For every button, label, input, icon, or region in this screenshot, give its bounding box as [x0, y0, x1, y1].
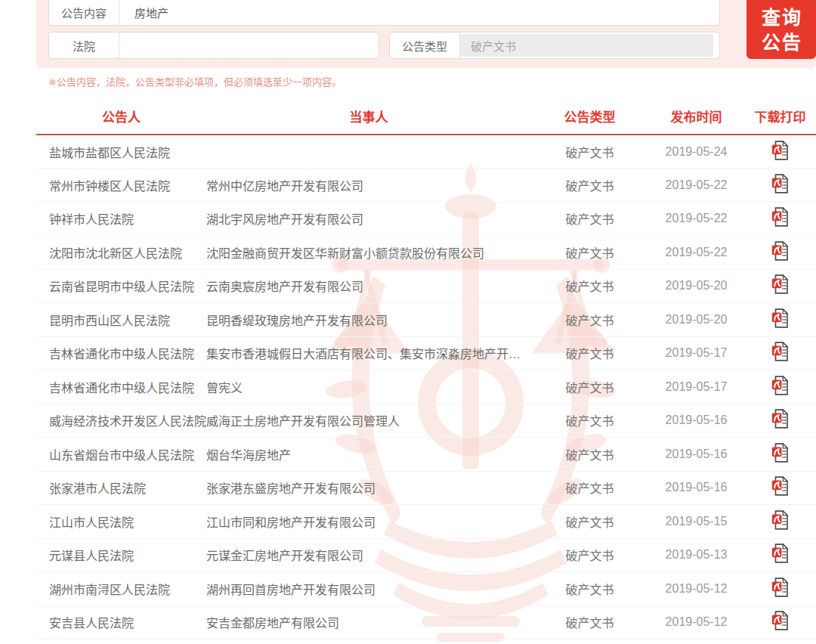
date-cell: 2019-05-17 — [648, 370, 744, 404]
date-cell: 2019-05-20 — [648, 303, 744, 337]
date-cell: 2019-05-15 — [648, 505, 744, 539]
pdf-download-icon[interactable] — [771, 543, 790, 563]
table-row: 沈阳市沈北新区人民法院 沈阳金融商贸开发区华新财富小额贷款股份有限公司 破产文书… — [36, 236, 816, 270]
date-cell: 2019-05-16 — [648, 404, 744, 438]
type-cell: 破产文书 — [531, 202, 648, 236]
court-cell: 吉林省通化市中级人民法院 — [36, 370, 206, 404]
party-cell: 江山市同和房地产开发有限公司 — [206, 505, 531, 539]
table-row: 钟祥市人民法院 湖北宇风房地产开发有限公司 破产文书 2019-05-22 — [36, 202, 816, 236]
download-cell — [744, 169, 816, 203]
party-cell: 常州中亿房地产开发有限公司 — [206, 169, 531, 203]
pdf-download-icon[interactable] — [771, 611, 790, 630]
table-row: 吉林省通化市中级人民法院 曾宪义 破产文书 2019-05-17 — [36, 370, 816, 404]
party-cell: 烟台华海房地产 — [206, 438, 531, 472]
table-row: 云南省昆明市中级人民法院 云南奥宸房地产开发有限公司 破产文书 2019-05-… — [36, 269, 816, 303]
party-cell: 集安市香港城假日大酒店有限公司、集安市深淼房地产开… — [206, 336, 531, 370]
court-input[interactable] — [119, 33, 379, 58]
party-cell: 沈阳金融商贸开发区华新财富小额贷款股份有限公司 — [206, 236, 531, 270]
download-cell — [744, 269, 816, 303]
date-cell: 2019-05-22 — [648, 236, 744, 270]
pdf-download-icon[interactable] — [771, 274, 790, 294]
type-cell: 破产文书 — [531, 404, 648, 438]
table-header-row: 公告人 当事人 公告类型 发布时间 下载打印 — [36, 98, 816, 135]
pdf-download-icon[interactable] — [771, 241, 790, 261]
pdf-download-icon[interactable] — [771, 577, 790, 597]
party-cell: 张家港东盛房地产开发有限公司 — [206, 471, 531, 505]
type-cell: 破产文书 — [531, 538, 648, 572]
download-cell — [744, 370, 816, 404]
party-cell: 曾宪义 — [206, 370, 531, 404]
date-cell: 2019-05-16 — [648, 438, 744, 472]
court-label: 法院 — [49, 38, 119, 54]
type-cell: 破产文书 — [531, 471, 648, 505]
table-row: 吉林省通化市中级人民法院 集安市香港城假日大酒店有限公司、集安市深淼房地产开… … — [36, 336, 816, 370]
download-cell — [744, 202, 816, 236]
download-cell — [744, 538, 816, 572]
date-cell: 2019-05-22 — [648, 169, 744, 203]
pdf-download-icon[interactable] — [771, 409, 790, 429]
court-cell: 吉林省通化市中级人民法院 — [36, 336, 206, 370]
pdf-download-icon[interactable] — [771, 342, 790, 361]
query-announcements-button[interactable]: 查询公告 — [746, 0, 816, 59]
pdf-download-icon[interactable] — [771, 476, 790, 496]
form-requirement-note: ※公告内容，法院，公告类型非必填项，但必须填选至少一项内容。 — [48, 74, 342, 88]
download-cell — [744, 303, 816, 337]
court-cell: 元谋县人民法院 — [36, 538, 206, 572]
pdf-download-icon[interactable] — [771, 443, 790, 463]
type-cell: 破产文书 — [531, 269, 648, 303]
court-cell: 安吉县人民法院 — [36, 605, 206, 639]
court-cell: 威海经济技术开发区人民法院 — [36, 404, 206, 438]
pdf-download-icon[interactable] — [771, 141, 790, 160]
party-cell: 威海正土房地产开发有限公司管理人 — [206, 404, 531, 438]
announcement-content-label: 公告内容 — [49, 5, 119, 20]
court-cell: 盐城市盐都区人民法院 — [36, 135, 206, 169]
pdf-download-icon[interactable] — [771, 510, 790, 530]
search-form-panel: 公告内容 法院 公告类型 破产文书 — [36, 0, 816, 68]
type-cell: 破产文书 — [531, 505, 648, 539]
download-cell — [744, 605, 816, 639]
court-cell: 山东省烟台市中级人民法院 — [36, 438, 206, 472]
party-cell: 湖州再回首房地产开发有限公司 — [206, 572, 531, 606]
type-cell: 破产文书 — [531, 135, 648, 169]
header-announcer: 公告人 — [36, 98, 206, 135]
court-cell: 湖州市南浔区人民法院 — [36, 572, 206, 606]
date-cell: 2019-05-17 — [648, 336, 744, 370]
date-cell: 2019-05-12 — [648, 605, 744, 639]
type-cell: 破产文书 — [531, 236, 648, 270]
date-cell: 2019-05-13 — [648, 538, 744, 572]
table-row: 山东省烟台市中级人民法院 烟台华海房地产 破产文书 2019-05-16 — [36, 438, 816, 472]
download-cell — [744, 336, 816, 370]
table-row: 常州市钟楼区人民法院 常州中亿房地产开发有限公司 破产文书 2019-05-22 — [36, 169, 816, 203]
header-download: 下载打印 — [744, 98, 816, 135]
court-cell: 沈阳市沈北新区人民法院 — [36, 236, 206, 270]
announcement-type-label: 公告类型 — [390, 38, 459, 54]
party-cell: 云南奥宸房地产开发有限公司 — [206, 269, 531, 303]
download-cell — [744, 404, 816, 438]
date-cell: 2019-05-12 — [648, 572, 744, 606]
date-cell: 2019-05-16 — [648, 471, 744, 505]
type-cell: 破产文书 — [531, 169, 648, 203]
court-cell: 钟祥市人民法院 — [36, 202, 206, 236]
download-cell — [744, 236, 816, 270]
date-cell: 2019-05-20 — [648, 269, 744, 303]
announcement-content-input[interactable] — [119, 0, 719, 25]
type-cell: 破产文书 — [531, 605, 648, 639]
party-cell — [206, 135, 531, 169]
download-cell — [744, 572, 816, 606]
table-row: 安吉县人民法院 安吉金都房地产有限公司 破产文书 2019-05-12 — [36, 605, 816, 639]
type-cell: 破产文书 — [531, 370, 648, 404]
header-publish-date: 发布时间 — [648, 98, 744, 135]
court-cell: 张家港市人民法院 — [36, 471, 206, 505]
pdf-download-icon[interactable] — [771, 308, 790, 328]
pdf-download-icon[interactable] — [771, 174, 790, 194]
party-cell: 元谋金汇房地产开发有限公司 — [206, 538, 531, 572]
date-cell: 2019-05-24 — [648, 135, 744, 169]
table-row: 威海经济技术开发区人民法院 威海正土房地产开发有限公司管理人 破产文书 2019… — [36, 404, 816, 438]
announcement-content-field: 公告内容 — [48, 0, 720, 26]
pdf-download-icon[interactable] — [771, 207, 790, 227]
announcement-type-select[interactable]: 破产文书 — [460, 34, 713, 57]
download-cell — [744, 438, 816, 472]
pdf-download-icon[interactable] — [771, 376, 790, 395]
download-cell — [744, 505, 816, 539]
announcement-type-field: 公告类型 破产文书 — [389, 32, 720, 59]
